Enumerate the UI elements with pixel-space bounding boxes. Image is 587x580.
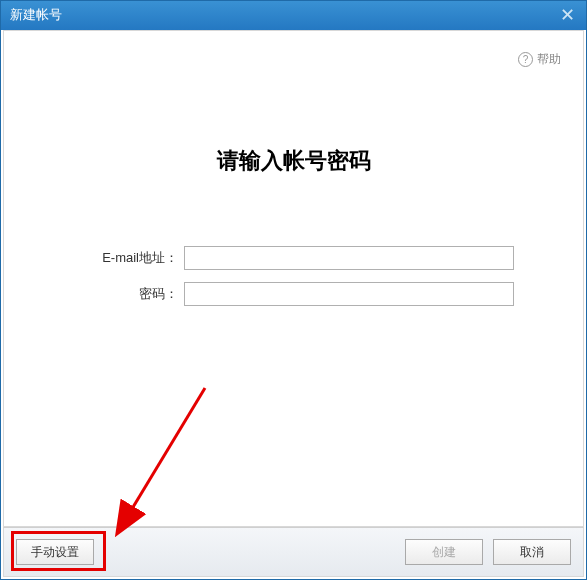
content-area: ? 帮助 请输入帐号密码 E-mail地址： 密码： xyxy=(3,30,584,527)
password-field[interactable] xyxy=(184,282,514,306)
window-title: 新建帐号 xyxy=(10,6,62,24)
cancel-button[interactable]: 取消 xyxy=(493,539,571,565)
manual-settings-button[interactable]: 手动设置 xyxy=(16,539,94,565)
email-row: E-mail地址： xyxy=(4,246,583,270)
help-link[interactable]: ? 帮助 xyxy=(518,51,561,68)
bottom-bar: 手动设置 创建 取消 xyxy=(3,527,584,577)
help-label: 帮助 xyxy=(537,51,561,68)
password-label: 密码： xyxy=(4,285,184,303)
create-button[interactable]: 创建 xyxy=(405,539,483,565)
help-icon: ? xyxy=(518,52,533,67)
form: E-mail地址： 密码： xyxy=(4,246,583,306)
password-row: 密码： xyxy=(4,282,583,306)
page-title: 请输入帐号密码 xyxy=(4,146,583,176)
titlebar: 新建帐号 ✕ xyxy=(0,0,587,30)
close-icon[interactable]: ✕ xyxy=(557,4,577,26)
email-label: E-mail地址： xyxy=(4,249,184,267)
email-field[interactable] xyxy=(184,246,514,270)
button-group-right: 创建 取消 xyxy=(405,539,571,565)
